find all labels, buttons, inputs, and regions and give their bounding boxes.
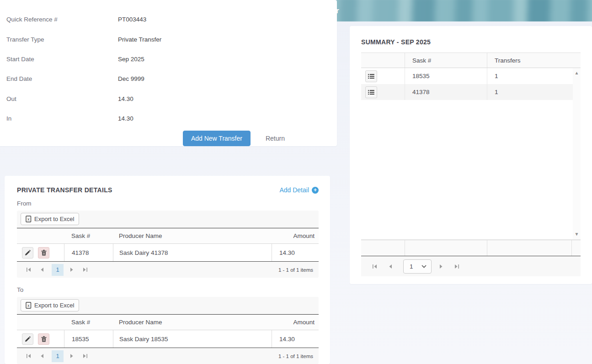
cell-amount: 14.30 [272,330,319,348]
edit-button[interactable] [22,247,33,258]
from-grid-toolbar: x Export to Excel [17,211,319,228]
summary-grid: Sask # Transfers 18535 [361,53,581,276]
sask-column-header[interactable]: Sask # [405,53,487,68]
field-quick-reference: Quick Reference # PT003443 [0,10,337,29]
summary-row: 18535 1 [361,68,573,84]
export-to-excel-button[interactable]: x Export to Excel [21,213,79,225]
to-grid-toolbar: x Export to Excel [17,297,319,314]
field-value: 14.30 [118,95,133,102]
field-end-date: End Date Dec 9999 [0,69,337,89]
page-select-value: 1 [410,263,413,270]
plus-circle-icon: + [312,187,319,194]
to-grid-pager: 1 1 - 1 of 1 items [17,348,319,364]
summary-grid-footer [361,240,581,256]
scroll-down-icon[interactable]: ▼ [575,232,579,237]
previous-page-button[interactable] [37,265,47,275]
last-page-button[interactable] [80,265,90,275]
last-page-button[interactable] [452,261,462,271]
actions-column-header [361,53,405,68]
next-page-icon [439,264,443,269]
details-title: PRIVATE TRANSFER DETAILS [17,186,112,194]
last-page-button[interactable] [80,351,90,361]
first-page-button[interactable] [369,261,379,271]
field-label: In [6,115,118,122]
sask-column-header[interactable]: Sask # [64,232,113,239]
delete-button[interactable] [38,333,49,345]
private-transfer-details-card: PRIVATE TRANSFER DETAILS Add Detail + Fr… [5,176,330,364]
previous-page-button[interactable] [37,351,47,361]
transfer-form-card: Quick Reference # PT003443 Transfer Type… [0,0,337,146]
first-page-icon [372,264,377,269]
to-table-row: 18535 Sask Dairy 18535 14.30 [17,330,319,348]
edit-button[interactable] [22,333,33,345]
list-icon [368,90,374,95]
trash-icon [41,336,47,342]
summary-card: SUMMARY - SEP 2025 Sask # Transfers [350,26,592,284]
next-page-icon [70,267,74,272]
export-to-excel-button[interactable]: x Export to Excel [21,299,79,311]
last-page-icon [454,264,459,269]
from-section-label: From [17,200,319,207]
current-page-button[interactable]: 1 [52,264,64,276]
field-label: Quick Reference # [6,16,118,23]
summary-grid-header: Sask # Transfers [361,53,581,68]
row-details-button[interactable] [365,86,377,98]
next-page-button[interactable] [67,351,77,361]
field-label: Start Date [6,56,118,63]
excel-file-icon: x [26,302,32,309]
list-icon [368,74,374,79]
trash-icon [41,250,47,256]
first-page-button[interactable] [23,351,33,361]
summary-grid-pager: 1 [361,256,581,276]
previous-page-button[interactable] [385,261,395,271]
pager-info: 1 - 1 of 1 items [278,267,313,273]
pencil-icon [25,250,31,256]
chevron-down-icon [421,265,427,268]
field-in: In 14.30 [0,109,337,128]
export-to-excel-label: Export to Excel [34,216,74,222]
previous-page-icon [40,267,44,272]
first-page-icon [26,267,31,272]
excel-file-icon: x [26,216,32,222]
next-page-button[interactable] [436,261,446,271]
return-button[interactable]: Return [266,135,285,142]
next-page-button[interactable] [67,265,77,275]
last-page-icon [83,267,88,272]
current-page-button[interactable]: 1 [52,350,64,362]
cell-producer: Sask Dairy 18535 [113,330,272,348]
cell-transfers: 1 [487,68,573,84]
first-page-button[interactable] [23,265,33,275]
scroll-up-icon[interactable]: ▲ [575,71,579,75]
to-grid-header: Sask # Producer Name Amount [17,314,319,330]
field-label: End Date [6,75,118,82]
amount-column-header[interactable]: Amount [272,232,319,239]
row-details-button[interactable] [365,70,377,82]
to-grid: x Export to Excel Sask # Producer Name A… [17,297,319,364]
delete-button[interactable] [38,247,49,258]
cell-sask: 41378 [405,84,487,100]
cell-amount: 14.30 [272,244,319,261]
export-to-excel-label: Export to Excel [34,302,74,309]
first-page-icon [26,353,31,359]
field-transfer-type: Transfer Type Private Transfer [0,29,337,49]
summary-row: 41378 1 [361,84,573,100]
svg-text:x: x [27,217,30,222]
field-value: Sep 2025 [118,56,144,63]
from-grid-header: Sask # Producer Name Amount [17,228,319,244]
transfers-column-header[interactable]: Transfers [487,53,581,68]
add-new-transfer-button[interactable]: Add New Transfer [183,131,251,146]
from-grid-pager: 1 1 - 1 of 1 items [17,261,319,278]
field-value: 14.30 [118,115,133,122]
producer-column-header[interactable]: Producer Name [113,319,272,326]
cell-sask: 18535 [64,330,113,348]
sask-column-header[interactable]: Sask # [64,319,113,326]
to-section-label: To [17,286,319,293]
summary-title: SUMMARY - SEP 2025 [361,38,581,46]
add-detail-link[interactable]: Add Detail + [279,186,319,194]
cell-producer: Sask Dairy 41378 [113,244,272,261]
next-page-icon [70,353,74,359]
page-select-dropdown[interactable]: 1 [403,259,432,274]
vertical-scrollbar[interactable]: ▲ ▼ [573,68,581,239]
producer-column-header[interactable]: Producer Name [113,232,272,239]
amount-column-header[interactable]: Amount [272,319,319,326]
